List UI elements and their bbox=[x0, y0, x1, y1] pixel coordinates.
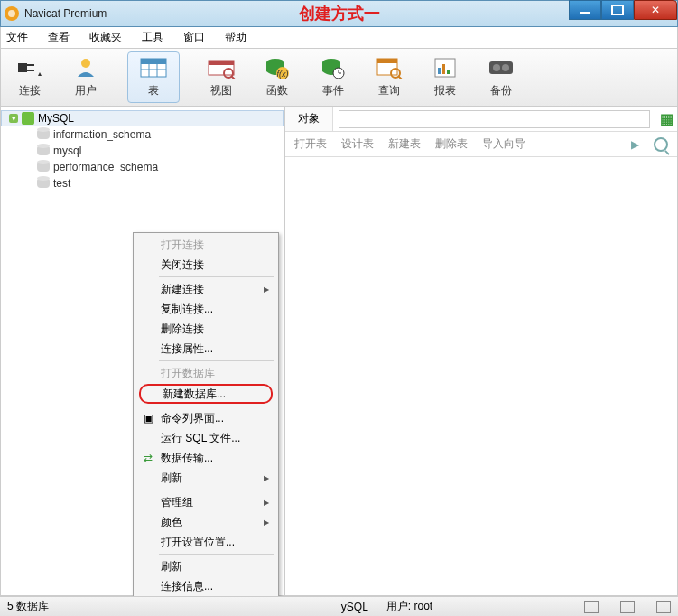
toolbar-function-label: 函数 bbox=[266, 83, 288, 98]
chevron-right-icon[interactable]: ▶ bbox=[631, 138, 639, 151]
menu-favorites[interactable]: 收藏夹 bbox=[89, 30, 122, 45]
database-icon bbox=[37, 179, 50, 188]
toolbar-user[interactable]: 用户 bbox=[71, 56, 100, 98]
object-list-area bbox=[285, 157, 677, 595]
view-mode-grid-icon[interactable] bbox=[584, 601, 599, 613]
open-table-action[interactable]: 打开表 bbox=[294, 136, 327, 152]
ctx-refresh[interactable]: 刷新 bbox=[135, 468, 276, 488]
database-icon bbox=[37, 163, 50, 172]
toolbar-backup-label: 备份 bbox=[490, 83, 512, 98]
import-wizard-action[interactable]: 导入向导 bbox=[482, 136, 525, 152]
collapse-icon[interactable]: ▾ bbox=[9, 114, 18, 123]
toolbar-table[interactable]: 表 bbox=[127, 51, 180, 103]
ctx-open-settings-location[interactable]: 打开设置位置... bbox=[135, 532, 276, 552]
svg-rect-6 bbox=[141, 59, 166, 64]
toolbar-connect[interactable]: 连接 bbox=[15, 56, 44, 98]
report-icon bbox=[431, 56, 460, 79]
title-bar: Navicat Premium 创建方式一 bbox=[0, 0, 678, 27]
tree-root-mysql[interactable]: ▾ MySQL bbox=[1, 110, 284, 126]
svg-rect-27 bbox=[442, 64, 445, 74]
tree-db-item[interactable]: information_schema bbox=[1, 126, 284, 143]
design-table-action[interactable]: 设计表 bbox=[341, 136, 374, 152]
ctx-color[interactable]: 颜色 bbox=[135, 512, 276, 532]
ctx-new-connection[interactable]: 新建连接 bbox=[135, 279, 276, 299]
new-table-action[interactable]: 新建表 bbox=[388, 136, 421, 152]
menu-help[interactable]: 帮助 bbox=[225, 30, 246, 45]
status-user-label: 用户: bbox=[386, 600, 411, 612]
app-icon bbox=[5, 6, 19, 21]
svg-line-13 bbox=[231, 76, 235, 79]
menu-bar: 文件 查看 收藏夹 工具 窗口 帮助 bbox=[0, 27, 678, 49]
svg-point-30 bbox=[493, 64, 500, 71]
function-icon: f(x) bbox=[263, 56, 292, 79]
svg-rect-29 bbox=[489, 61, 513, 74]
tree-db-item[interactable]: test bbox=[1, 175, 284, 191]
tree-db-item[interactable]: mysql bbox=[1, 143, 284, 159]
connection-icon bbox=[22, 112, 34, 125]
svg-point-4 bbox=[81, 59, 90, 68]
ctx-delete-connection[interactable]: 删除连接 bbox=[135, 319, 276, 339]
context-menu: 打开连接 关闭连接 新建连接 复制连接... 删除连接 连接属性... 打开数据… bbox=[133, 232, 279, 599]
query-icon bbox=[375, 56, 404, 79]
event-icon bbox=[319, 56, 348, 79]
tree-root-label: MySQL bbox=[38, 112, 74, 125]
toolbar-view[interactable]: 视图 bbox=[207, 56, 236, 98]
tab-objects[interactable]: 对象 bbox=[285, 107, 333, 131]
status-db-count: 5 数据库 bbox=[7, 599, 49, 614]
transfer-icon: ⇄ bbox=[141, 451, 155, 465]
terminal-icon: ▣ bbox=[141, 411, 155, 425]
toolbar-backup[interactable]: 备份 bbox=[487, 56, 515, 98]
object-filter-input[interactable] bbox=[339, 110, 650, 128]
minimize-button[interactable] bbox=[569, 0, 601, 20]
toolbar-query-label: 查询 bbox=[378, 83, 400, 98]
svg-rect-28 bbox=[447, 70, 450, 74]
ctx-connection-properties[interactable]: 连接属性... bbox=[135, 339, 276, 359]
menu-view[interactable]: 查看 bbox=[48, 30, 70, 45]
svg-text:f(x): f(x) bbox=[277, 70, 289, 79]
toolbar-report[interactable]: 报表 bbox=[431, 56, 460, 98]
toolbar-function[interactable]: f(x) 函数 bbox=[263, 56, 292, 98]
status-server: ySQL bbox=[341, 601, 368, 613]
svg-rect-11 bbox=[209, 61, 234, 65]
toolbar-query[interactable]: 查询 bbox=[375, 56, 404, 98]
ctx-manage-group[interactable]: 管理组 bbox=[135, 492, 276, 512]
backup-icon bbox=[487, 56, 515, 79]
ctx-refresh-2[interactable]: 刷新 bbox=[135, 556, 276, 576]
maximize-button[interactable] bbox=[601, 0, 634, 20]
database-icon bbox=[37, 146, 50, 155]
plug-icon bbox=[15, 56, 44, 79]
tree-db-item[interactable]: performance_schema bbox=[1, 159, 284, 175]
svg-point-31 bbox=[502, 64, 509, 71]
database-icon bbox=[37, 130, 50, 139]
status-bar: 5 数据库 ySQL 用户: root bbox=[0, 596, 678, 616]
ctx-connection-info[interactable]: 连接信息... bbox=[135, 576, 276, 596]
user-icon bbox=[71, 56, 100, 79]
ctx-run-sql[interactable]: 运行 SQL 文件... bbox=[135, 428, 276, 448]
ctx-open-database: 打开数据库 bbox=[135, 363, 276, 383]
table-icon bbox=[139, 56, 168, 79]
close-button[interactable] bbox=[634, 0, 677, 20]
view-mode-list-icon[interactable] bbox=[620, 601, 635, 613]
toolbar-event-label: 事件 bbox=[322, 83, 344, 98]
status-user-value: root bbox=[414, 600, 433, 612]
menu-tools[interactable]: 工具 bbox=[142, 30, 163, 45]
ctx-open-connection: 打开连接 bbox=[135, 235, 276, 255]
ctx-new-database[interactable]: 新建数据库... bbox=[139, 384, 273, 404]
toolbar: 连接 用户 表 视图 f(x) 函数 事件 查询 bbox=[0, 49, 678, 107]
menu-window[interactable]: 窗口 bbox=[183, 30, 205, 45]
ctx-command-interface[interactable]: ▣命令列界面... bbox=[135, 408, 276, 428]
new-tab-button[interactable]: ▦ bbox=[655, 110, 677, 127]
table-actions-bar: 打开表 设计表 新建表 删除表 导入向导 ▶ bbox=[285, 132, 677, 157]
toolbar-view-label: 视图 bbox=[210, 83, 232, 98]
ctx-duplicate-connection[interactable]: 复制连接... bbox=[135, 299, 276, 319]
delete-table-action[interactable]: 删除表 bbox=[435, 136, 468, 152]
toolbar-event[interactable]: 事件 bbox=[319, 56, 348, 98]
menu-file[interactable]: 文件 bbox=[6, 30, 28, 45]
toolbar-table-label: 表 bbox=[148, 83, 159, 98]
view-mode-detail-icon[interactable] bbox=[656, 601, 671, 613]
annotation-text: 创建方式一 bbox=[299, 3, 380, 24]
svg-marker-3 bbox=[38, 72, 42, 76]
ctx-data-transfer[interactable]: ⇄数据传输... bbox=[135, 448, 276, 468]
search-icon[interactable] bbox=[654, 137, 668, 152]
ctx-close-connection[interactable]: 关闭连接 bbox=[135, 255, 276, 275]
